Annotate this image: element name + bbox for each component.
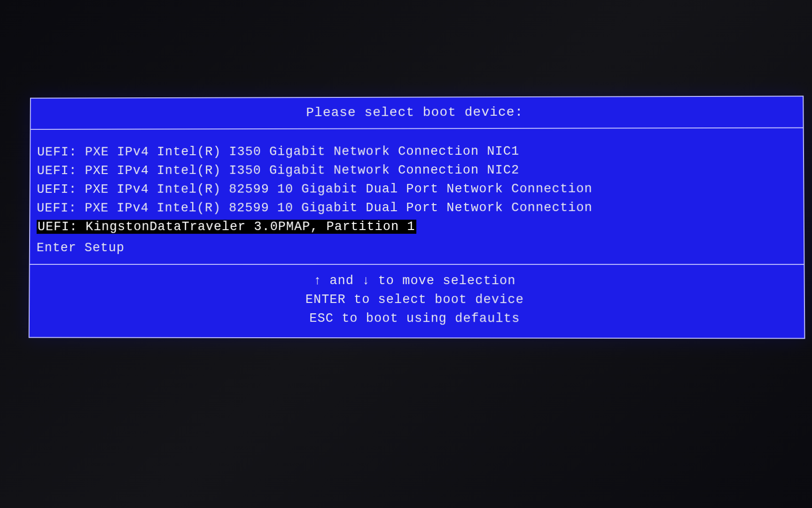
boot-device-panel: Please select boot device: UEFI: PXE IPv… — [28, 95, 805, 339]
boot-device-item[interactable]: UEFI: PXE IPv4 Intel(R) I350 Gigabit Net… — [37, 160, 796, 180]
arrow-down-icon: ↓ — [362, 271, 370, 290]
boot-device-item[interactable]: UEFI: PXE IPv4 Intel(R) I350 Gigabit Net… — [37, 142, 796, 162]
boot-device-item-selected[interactable]: UEFI: KingstonDataTraveler 3.0PMAP, Part… — [36, 217, 416, 236]
arrow-up-icon: ↑ — [313, 271, 321, 290]
help-line-esc: ESC to boot using defaults — [29, 309, 804, 329]
help-text: ↑ and ↓ to move selection ENTER to selec… — [29, 265, 804, 338]
panel-title: Please select boot device: — [31, 96, 803, 130]
enter-setup-item[interactable]: Enter Setup — [36, 238, 797, 257]
boot-device-item[interactable]: UEFI: PXE IPv4 Intel(R) 82599 10 Gigabit… — [37, 198, 797, 217]
help-line-navigation: ↑ and ↓ to move selection — [30, 271, 804, 291]
boot-device-item[interactable]: UEFI: PXE IPv4 Intel(R) 82599 10 Gigabit… — [37, 179, 796, 199]
help-line-enter: ENTER to select boot device — [30, 290, 804, 310]
boot-device-list: UEFI: PXE IPv4 Intel(R) I350 Gigabit Net… — [30, 128, 804, 265]
